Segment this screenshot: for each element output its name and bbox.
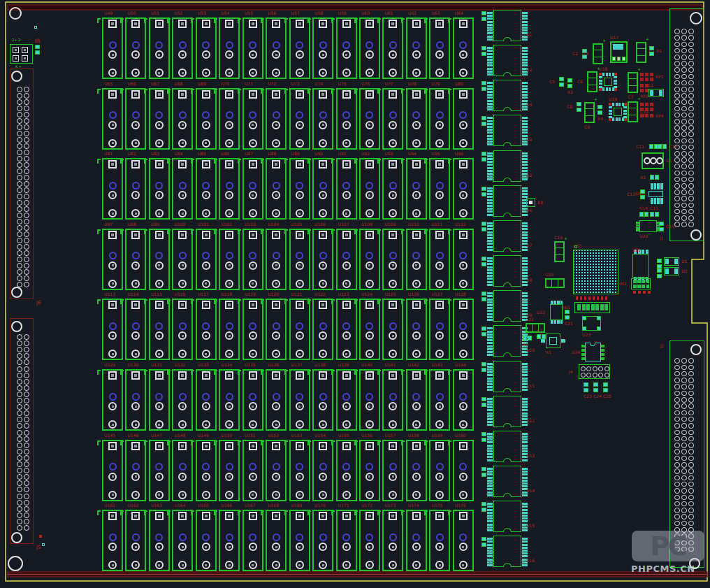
ref-designator-label: U10 (526, 348, 535, 352)
pad-hole (681, 521, 687, 526)
pad-center (182, 72, 184, 74)
ref-designator-label: U89 (291, 152, 300, 156)
pad-hole (226, 463, 233, 471)
capacitor-pad[interactable] (481, 473, 486, 477)
capacitor-pad[interactable] (481, 397, 486, 401)
pad (487, 263, 493, 265)
pad-center (158, 494, 160, 496)
pad (487, 225, 493, 227)
capacitor-pad[interactable] (481, 502, 486, 506)
pad-center (158, 564, 160, 566)
capacitor-pad[interactable] (481, 116, 486, 120)
soic8-footprint[interactable] (639, 220, 657, 232)
pad-center (112, 353, 114, 355)
capacitor-pad[interactable] (481, 467, 486, 471)
capacitor-pad[interactable] (481, 52, 486, 56)
pad-center (298, 546, 300, 548)
capacitor-pad[interactable] (481, 362, 486, 366)
pad-hole (681, 106, 687, 112)
capacitor-pad[interactable] (481, 192, 486, 196)
capacitor-pad[interactable] (481, 543, 486, 547)
mounting-hole-icon (690, 229, 702, 241)
pad-center (158, 424, 160, 426)
capacitor-pad[interactable] (481, 81, 486, 85)
capacitor-pad[interactable] (481, 187, 486, 191)
capacitor-footprint[interactable] (628, 101, 638, 122)
pad-hole (688, 196, 694, 201)
capacitor-pad[interactable] (481, 222, 486, 226)
pad-hole (674, 384, 680, 389)
pad (487, 126, 493, 128)
pad-hole (674, 430, 680, 436)
pcb-canvas[interactable]: PC PHPCMS.CN U49U50U51U52U53U54U55U56U57… (0, 0, 710, 588)
ref-designator-label: U125 (384, 292, 396, 296)
ref-designator-label: U69 (198, 82, 206, 86)
capacitor-footprint[interactable] (593, 43, 603, 64)
pad (617, 57, 621, 61)
bga-footprint[interactable] (573, 250, 618, 294)
ref-designator-label: U153 (291, 433, 303, 438)
pad-hole (17, 334, 22, 340)
capacitor-pad[interactable] (481, 46, 486, 50)
capacitor-pad[interactable] (481, 262, 486, 266)
pad (522, 433, 528, 435)
pad-hole (688, 74, 694, 80)
pad-hole (674, 125, 680, 131)
ref-designator-label: U117 (198, 292, 209, 296)
pad-center (275, 494, 277, 496)
pad (616, 103, 618, 106)
pad-center (134, 163, 137, 166)
pin1-marker-icon (284, 370, 288, 375)
pad (487, 117, 493, 119)
pad-hole (681, 131, 687, 137)
pad-hole (688, 29, 694, 34)
pad-hole (17, 506, 22, 512)
soic8-footprint[interactable] (632, 254, 649, 278)
pad-hole (459, 393, 467, 401)
capacitor-pad[interactable] (481, 508, 486, 512)
capacitor-pad[interactable] (481, 87, 486, 91)
capacitor-pad[interactable] (481, 122, 486, 126)
capacitor-pad[interactable] (481, 368, 486, 372)
soic8-footprint[interactable] (550, 304, 563, 320)
pad (650, 175, 654, 180)
pad (522, 187, 528, 189)
capacitor-pad[interactable] (481, 227, 486, 231)
pin1-marker-icon (167, 299, 171, 304)
capacitor-pad[interactable] (481, 257, 486, 261)
pin1-notch-icon (503, 528, 512, 532)
ic-footprint[interactable] (493, 150, 521, 182)
pad (640, 73, 644, 76)
ic-footprint[interactable] (493, 396, 521, 427)
capacitor-pad[interactable] (481, 17, 486, 21)
capacitor-pad[interactable] (481, 327, 486, 331)
capacitor-footprint[interactable] (584, 102, 595, 123)
pad-hole (179, 533, 187, 541)
pad-center (392, 54, 394, 56)
pad-center (438, 22, 441, 25)
pad-hole (273, 111, 280, 119)
capacitor-pad[interactable] (481, 332, 486, 336)
capacitor-footprint[interactable] (545, 278, 565, 288)
capacitor-pad[interactable] (481, 537, 486, 541)
mounting-hole-icon (11, 71, 22, 82)
pad-center (135, 54, 137, 56)
pad (487, 96, 493, 99)
capacitor-footprint[interactable] (636, 42, 646, 63)
capacitor-pad[interactable] (481, 297, 486, 301)
capacitor-footprint[interactable] (554, 241, 565, 262)
capacitor-footprint[interactable] (628, 72, 638, 93)
capacitor-pad[interactable] (481, 432, 486, 436)
pad-center (298, 93, 301, 96)
pad-center (392, 142, 394, 144)
capacitor-pad[interactable] (481, 292, 486, 296)
pad (487, 199, 493, 201)
capacitor-footprint[interactable] (587, 71, 597, 92)
ic-footprint[interactable] (493, 361, 521, 392)
capacitor-pad[interactable] (481, 11, 486, 15)
capacitor-pad[interactable] (481, 152, 486, 156)
capacitor-pad[interactable] (481, 157, 486, 162)
pad (522, 380, 528, 382)
capacitor-pad[interactable] (481, 438, 486, 442)
capacitor-pad[interactable] (481, 403, 486, 407)
